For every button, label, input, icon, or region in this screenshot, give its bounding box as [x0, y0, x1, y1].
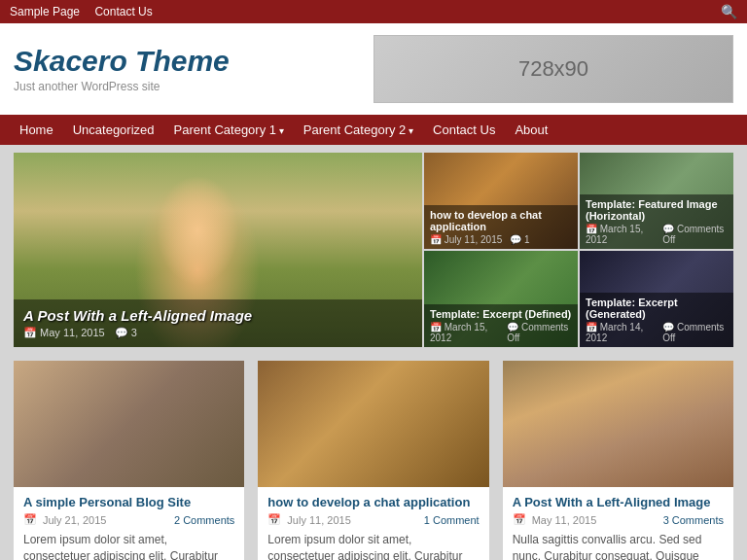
- side-post-4[interactable]: Template: Excerpt (Generated) 📅 March 14…: [580, 251, 733, 347]
- side-post-1-meta: 📅 July 11, 2015 💬 1: [430, 234, 572, 245]
- featured-grid: A Post With a Left-Aligned Image 📅 May 1…: [14, 153, 733, 347]
- side-post-2[interactable]: Template: Featured Image (Horizontal) 📅 …: [580, 153, 733, 249]
- card-2-title[interactable]: how to develop a chat application: [267, 495, 479, 509]
- card-3-comments[interactable]: 3 Comments: [663, 514, 724, 526]
- card-1-body: A simple Personal Blog Site 📅 July 21, 2…: [14, 487, 244, 560]
- featured-post-title: A Post With a Left-Aligned Image: [23, 307, 412, 324]
- card-2-body: how to develop a chat application 📅 July…: [258, 487, 488, 560]
- ad-banner: 728x90: [374, 35, 733, 103]
- card-2: how to develop a chat application 📅 July…: [258, 361, 488, 560]
- nav-contact[interactable]: Contact Us: [423, 115, 505, 145]
- header: Skacero Theme Just another WordPress sit…: [0, 23, 747, 115]
- side-post-4-title: Template: Excerpt (Generated): [586, 297, 728, 320]
- nav-about[interactable]: About: [505, 115, 557, 145]
- nav-home[interactable]: Home: [10, 115, 63, 145]
- side-post-4-meta: 📅 March 14, 2012 💬 Comments Off: [586, 322, 728, 343]
- top-bar-nav: Sample Page Contact Us: [10, 5, 164, 18]
- side-posts-grid: how to develop a chat application 📅 July…: [424, 153, 733, 347]
- featured-main-post[interactable]: A Post With a Left-Aligned Image 📅 May 1…: [14, 153, 422, 347]
- card-2-date-icon: 📅: [267, 513, 281, 526]
- card-1-date-icon: 📅: [23, 513, 37, 526]
- card-2-meta: 📅 July 11, 2015 1 Comment: [267, 513, 479, 526]
- card-1-excerpt: Lorem ipsum dolor sit amet, consectetuer…: [23, 532, 234, 560]
- top-nav-contact[interactable]: Contact Us: [94, 5, 152, 18]
- card-3-meta: 📅 May 11, 2015 3 Comments: [513, 513, 724, 526]
- side-post-1[interactable]: how to develop a chat application 📅 July…: [424, 153, 578, 249]
- card-2-excerpt: Lorem ipsum dolor sit amet, consectetuer…: [267, 532, 479, 560]
- search-button[interactable]: 🔍: [721, 4, 737, 19]
- card-grid: A simple Personal Blog Site 📅 July 21, 2…: [0, 347, 747, 560]
- side-post-2-title: Template: Featured Image (Horizontal): [586, 198, 728, 222]
- site-title: Skacero Theme: [14, 45, 230, 78]
- card-1-title[interactable]: A simple Personal Blog Site: [23, 495, 234, 509]
- featured-section: A Post With a Left-Aligned Image 📅 May 1…: [0, 145, 747, 347]
- nav-parent-cat1[interactable]: Parent Category 1: [164, 115, 294, 145]
- card-3-title[interactable]: A Post With a Left-Aligned Image: [513, 495, 724, 509]
- featured-post-meta: 📅 May 11, 2015 💬 3: [23, 327, 412, 339]
- card-3-date: May 11, 2015: [532, 514, 597, 526]
- card-3-date-icon: 📅: [513, 513, 526, 526]
- card-3: A Post With a Left-Aligned Image 📅 May 1…: [503, 361, 733, 560]
- side-post-1-title: how to develop a chat application: [430, 209, 572, 232]
- main-nav: Home Uncategorized Parent Category 1 Par…: [0, 115, 747, 145]
- card-1: A simple Personal Blog Site 📅 July 21, 2…: [14, 361, 244, 560]
- card-3-image: [503, 361, 733, 487]
- side-post-2-meta: 📅 March 15, 2012 💬 Comments Off: [586, 224, 728, 245]
- site-branding: Skacero Theme Just another WordPress sit…: [14, 45, 230, 93]
- card-1-image: [14, 361, 244, 487]
- side-post-3-meta: 📅 March 15, 2012 💬 Comments Off: [430, 322, 572, 343]
- site-subtitle: Just another WordPress site: [14, 80, 230, 93]
- side-post-3-title: Template: Excerpt (Defined): [430, 308, 572, 320]
- side-post-3[interactable]: Template: Excerpt (Defined) 📅 March 15, …: [424, 251, 578, 347]
- featured-comments: 💬 3: [115, 327, 137, 339]
- card-2-date: July 11, 2015: [287, 514, 350, 526]
- card-1-meta: 📅 July 21, 2015 2 Comments: [23, 513, 234, 526]
- card-2-comments[interactable]: 1 Comment: [424, 514, 480, 526]
- top-nav-sample[interactable]: Sample Page: [10, 5, 80, 18]
- card-3-body: A Post With a Left-Aligned Image 📅 May 1…: [503, 487, 733, 560]
- card-2-image: [258, 361, 488, 487]
- card-1-date: July 21, 2015: [43, 514, 106, 526]
- top-bar: Sample Page Contact Us 🔍: [0, 0, 747, 23]
- nav-parent-cat2[interactable]: Parent Category 2: [294, 115, 423, 145]
- card-1-comments[interactable]: 2 Comments: [174, 514, 234, 526]
- nav-uncategorized[interactable]: Uncategorized: [63, 115, 164, 145]
- card-3-excerpt: Nulla sagittis convallis arcu. Sed sed n…: [513, 532, 724, 560]
- featured-date-icon: 📅 May 11, 2015: [23, 327, 105, 339]
